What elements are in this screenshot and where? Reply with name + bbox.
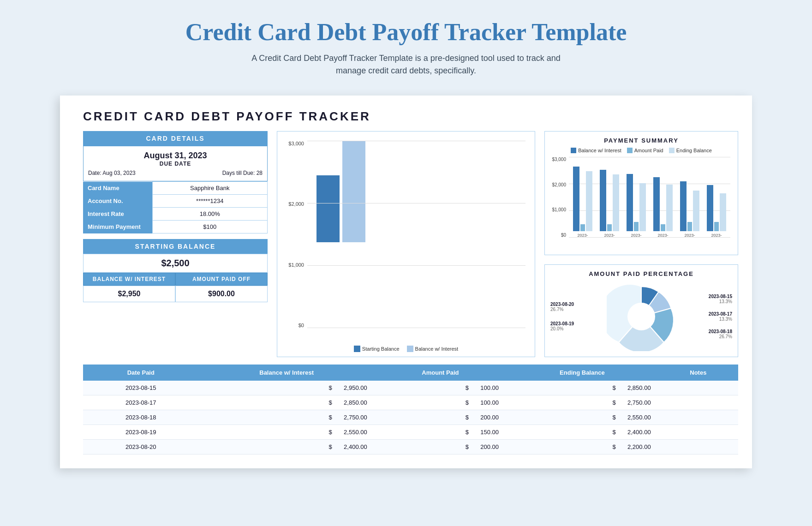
- ps-legend-ending: Ending Balance: [669, 148, 712, 153]
- ps-bar-mid-6: [714, 222, 719, 231]
- interest-rate-value: 18.00%: [152, 208, 268, 221]
- ps-legend: Balance w/ Interest Amount Paid Ending B…: [550, 148, 732, 153]
- ps-bar-dark-6: [707, 185, 713, 231]
- days-till-due-text: Days till Due: 28: [222, 170, 263, 176]
- y-label-1000: $1,000: [288, 262, 304, 268]
- amount-paid-off-header: AMOUNT PAID OFF: [175, 273, 268, 286]
- cell-notes: [658, 425, 738, 440]
- ps-legend-color-light: [669, 148, 675, 153]
- cell-date: 2023-08-18: [83, 410, 199, 425]
- cell-balance: $ 2,550.00: [199, 425, 375, 440]
- cell-balance: $ 2,400.00: [199, 440, 375, 454]
- pie-inner-circle: [627, 303, 655, 330]
- page-title: Credit Card Debt Payoff Tracker Template: [185, 18, 627, 46]
- legend-starting-balance: Starting Balance: [354, 346, 400, 352]
- ps-bar-light-6: [720, 193, 726, 231]
- cell-ending: $ 2,850.00: [506, 381, 658, 395]
- cell-notes: [658, 410, 738, 425]
- ps-y-2000: $2,000: [552, 182, 566, 187]
- date-paid-text: Date: Aug 03, 2023: [88, 170, 136, 176]
- table-row: Account No. ******1234: [83, 195, 268, 208]
- ps-bar-group-2: 2023-: [597, 170, 621, 238]
- ps-bar-light-1: [586, 171, 592, 231]
- bar-chart-area: $3,000 $2,000 $1,000 $0: [277, 131, 535, 357]
- ps-bar-light-4: [666, 185, 673, 231]
- cell-balance: $ 2,950.00: [199, 381, 375, 395]
- pie-date-right-2: 2023-08-17: [695, 311, 732, 317]
- pie-label-left-2: 2023-08-19 20.0%: [550, 321, 587, 331]
- ps-legend-label-balance: Balance w/ Interest: [578, 148, 621, 153]
- ps-x-label-4: 2023-: [657, 233, 668, 238]
- cell-paid: $ 100.00: [375, 381, 506, 395]
- ps-bar-dark-3: [627, 174, 633, 231]
- pie-pct-right-2: 13.3%: [695, 317, 732, 322]
- cell-ending: $ 2,200.00: [506, 440, 658, 454]
- pie-layout: 2023-08-20 26.7% 2023-08-19 20.0%: [550, 282, 732, 351]
- ps-y-1000: $1,000: [552, 207, 566, 212]
- ps-bar-group-6: 2023-: [705, 185, 728, 238]
- table-row: 2023-08-19 $ 2,550.00 $ 150.00 $ 2,400.0…: [83, 425, 738, 440]
- table-row: 2023-08-20 $ 2,400.00 $ 200.00 $ 2,200.0…: [83, 440, 738, 454]
- payment-summary: PAYMENT SUMMARY Balance w/ Interest Amou…: [544, 131, 738, 255]
- pie-labels-right: 2023-08-15 13.3% 2023-08-17 13.3% 2023-0…: [695, 294, 732, 339]
- pie-pct-left-2: 20.0%: [550, 326, 587, 331]
- ps-x-label-1: 2023-: [577, 233, 588, 238]
- ps-bar-dark-1: [573, 167, 579, 231]
- cell-balance: $ 2,750.00: [199, 410, 375, 425]
- amount-paid-off-cell: AMOUNT PAID OFF $900.00: [175, 273, 268, 302]
- pie-date-left-2: 2023-08-19: [550, 321, 587, 326]
- ps-y-0: $0: [561, 233, 566, 238]
- cell-date: 2023-08-20: [83, 440, 199, 454]
- card-name-label: Card Name: [83, 182, 152, 195]
- pie-section: AMOUNT PAID PERCENTAGE 2023-08-20 26.7% …: [544, 264, 738, 357]
- due-date-row: Date: Aug 03, 2023 Days till Due: 28: [88, 170, 263, 176]
- col-balance-w-interest: Balance w/ Interest: [199, 365, 375, 381]
- account-no-label: Account No.: [83, 195, 152, 208]
- cell-paid: $ 100.00: [375, 395, 506, 410]
- min-payment-value: $100: [152, 221, 268, 233]
- table-header-row: Date Paid Balance w/ Interest Amount Pai…: [83, 365, 738, 381]
- pie-title: AMOUNT PAID PERCENTAGE: [550, 270, 732, 277]
- col-date-paid: Date Paid: [83, 365, 199, 381]
- balance-row: BALANCE W/ INTEREST $2,950 AMOUNT PAID O…: [83, 273, 268, 302]
- ps-legend-balance: Balance w/ Interest: [571, 148, 621, 153]
- ps-bar-group-5: 2023-: [678, 181, 702, 238]
- page-subtitle: A Credit Card Debt Payoff Tracker Templa…: [245, 52, 567, 77]
- legend-label-starting: Starting Balance: [362, 346, 400, 352]
- top-section: CARD DETAILS August 31, 2023 DUE DATE Da…: [83, 131, 738, 357]
- pie-label-right-1: 2023-08-15 13.3%: [695, 294, 732, 304]
- ps-bar-light-2: [613, 174, 619, 231]
- cell-notes: [658, 381, 738, 395]
- cell-ending: $ 2,750.00: [506, 395, 658, 410]
- ps-bar-group-4: 2023-: [651, 177, 675, 238]
- card-name-value: Sapphire Bank: [152, 182, 268, 195]
- pie-label-left-1: 2023-08-20 26.7%: [550, 302, 587, 312]
- ps-x-label-5: 2023-: [684, 233, 695, 238]
- interest-rate-label: Interest Rate: [83, 208, 152, 221]
- ps-bar-dark-2: [600, 170, 606, 231]
- col-notes: Notes: [658, 365, 738, 381]
- legend-balance-w-interest: Balance w/ Interest: [407, 346, 459, 352]
- table-row: Minimum Payment $100: [83, 221, 268, 233]
- ps-bar-dark-5: [680, 181, 687, 231]
- ps-bar-light-5: [693, 191, 699, 231]
- pie-pct-right-1: 13.3%: [695, 299, 732, 304]
- ps-legend-color-mid: [627, 148, 633, 153]
- ps-legend-paid: Amount Paid: [627, 148, 663, 153]
- cell-paid: $ 150.00: [375, 425, 506, 440]
- pie-date-right-1: 2023-08-15: [695, 294, 732, 299]
- y-label-0: $0: [299, 323, 304, 328]
- legend-color-dark: [354, 346, 360, 352]
- ps-x-label-2: 2023-: [604, 233, 615, 238]
- bar-balance-w-interest: [342, 141, 365, 242]
- bar-group: [316, 141, 365, 242]
- col-ending-balance: Ending Balance: [506, 365, 658, 381]
- starting-balance-value: $2,500: [83, 254, 268, 273]
- tracker-main-title: CREDIT CARD DEBT PAYOFF TRACKER: [83, 109, 738, 124]
- y-label-3000: $3,000: [288, 141, 304, 146]
- card-details-header: CARD DETAILS: [83, 131, 268, 146]
- cell-date: 2023-08-19: [83, 425, 199, 440]
- pie-pct-right-3: 26.7%: [695, 334, 732, 339]
- due-date: August 31, 2023: [88, 151, 263, 161]
- payment-summary-title: PAYMENT SUMMARY: [550, 137, 732, 144]
